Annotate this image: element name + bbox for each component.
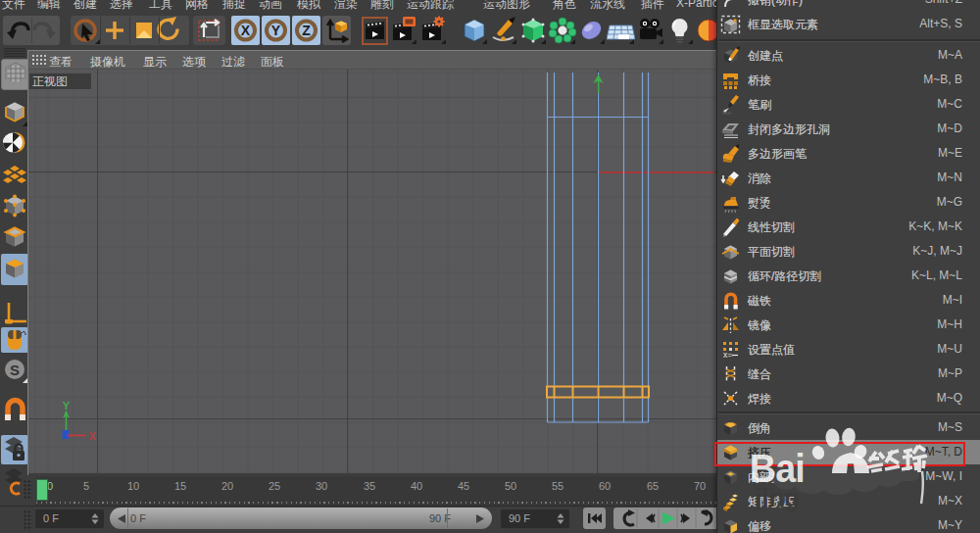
svg-text:X: X [241, 23, 251, 38]
svg-text:x=: x= [723, 350, 732, 360]
svg-text:Y: Y [271, 23, 281, 38]
svg-text:Y: Y [63, 400, 71, 412]
svg-text:X: X [89, 431, 96, 442]
svg-text:Z: Z [302, 23, 311, 38]
svg-text:S: S [10, 362, 20, 378]
